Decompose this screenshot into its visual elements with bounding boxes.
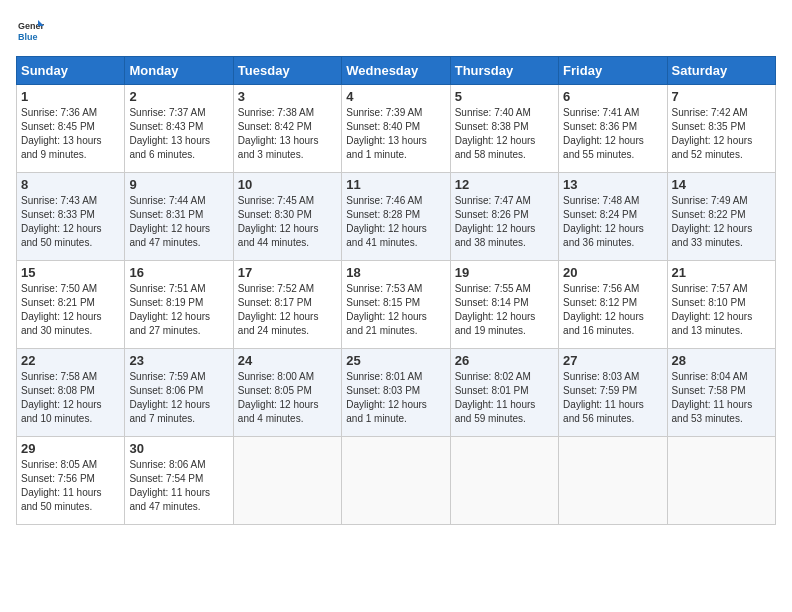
- col-header-wednesday: Wednesday: [342, 57, 450, 85]
- page-header: General Blue: [16, 16, 776, 44]
- day-number: 17: [238, 265, 337, 280]
- calendar-body: 1Sunrise: 7:36 AM Sunset: 8:45 PM Daylig…: [17, 85, 776, 525]
- day-number: 1: [21, 89, 120, 104]
- day-number: 7: [672, 89, 771, 104]
- day-info: Sunrise: 7:58 AM Sunset: 8:08 PM Dayligh…: [21, 370, 120, 426]
- day-cell: 24Sunrise: 8:00 AM Sunset: 8:05 PM Dayli…: [233, 349, 341, 437]
- day-info: Sunrise: 7:59 AM Sunset: 8:06 PM Dayligh…: [129, 370, 228, 426]
- day-number: 4: [346, 89, 445, 104]
- day-cell: 6Sunrise: 7:41 AM Sunset: 8:36 PM Daylig…: [559, 85, 667, 173]
- day-cell: 13Sunrise: 7:48 AM Sunset: 8:24 PM Dayli…: [559, 173, 667, 261]
- day-cell: 10Sunrise: 7:45 AM Sunset: 8:30 PM Dayli…: [233, 173, 341, 261]
- day-info: Sunrise: 7:48 AM Sunset: 8:24 PM Dayligh…: [563, 194, 662, 250]
- day-cell: 17Sunrise: 7:52 AM Sunset: 8:17 PM Dayli…: [233, 261, 341, 349]
- calendar-header-row: SundayMondayTuesdayWednesdayThursdayFrid…: [17, 57, 776, 85]
- week-row-1: 1Sunrise: 7:36 AM Sunset: 8:45 PM Daylig…: [17, 85, 776, 173]
- day-info: Sunrise: 7:42 AM Sunset: 8:35 PM Dayligh…: [672, 106, 771, 162]
- svg-text:Blue: Blue: [18, 32, 38, 42]
- day-info: Sunrise: 7:47 AM Sunset: 8:26 PM Dayligh…: [455, 194, 554, 250]
- day-number: 23: [129, 353, 228, 368]
- day-number: 3: [238, 89, 337, 104]
- day-number: 18: [346, 265, 445, 280]
- day-info: Sunrise: 7:53 AM Sunset: 8:15 PM Dayligh…: [346, 282, 445, 338]
- day-cell: 19Sunrise: 7:55 AM Sunset: 8:14 PM Dayli…: [450, 261, 558, 349]
- day-cell: 14Sunrise: 7:49 AM Sunset: 8:22 PM Dayli…: [667, 173, 775, 261]
- day-info: Sunrise: 7:51 AM Sunset: 8:19 PM Dayligh…: [129, 282, 228, 338]
- day-info: Sunrise: 8:00 AM Sunset: 8:05 PM Dayligh…: [238, 370, 337, 426]
- day-number: 14: [672, 177, 771, 192]
- day-cell: 23Sunrise: 7:59 AM Sunset: 8:06 PM Dayli…: [125, 349, 233, 437]
- week-row-4: 22Sunrise: 7:58 AM Sunset: 8:08 PM Dayli…: [17, 349, 776, 437]
- day-info: Sunrise: 7:55 AM Sunset: 8:14 PM Dayligh…: [455, 282, 554, 338]
- day-cell: [233, 437, 341, 525]
- day-cell: 20Sunrise: 7:56 AM Sunset: 8:12 PM Dayli…: [559, 261, 667, 349]
- day-number: 21: [672, 265, 771, 280]
- day-cell: 18Sunrise: 7:53 AM Sunset: 8:15 PM Dayli…: [342, 261, 450, 349]
- calendar-table: SundayMondayTuesdayWednesdayThursdayFrid…: [16, 56, 776, 525]
- day-cell: 8Sunrise: 7:43 AM Sunset: 8:33 PM Daylig…: [17, 173, 125, 261]
- day-cell: 9Sunrise: 7:44 AM Sunset: 8:31 PM Daylig…: [125, 173, 233, 261]
- col-header-tuesday: Tuesday: [233, 57, 341, 85]
- day-cell: 27Sunrise: 8:03 AM Sunset: 7:59 PM Dayli…: [559, 349, 667, 437]
- day-info: Sunrise: 7:36 AM Sunset: 8:45 PM Dayligh…: [21, 106, 120, 162]
- day-cell: [342, 437, 450, 525]
- day-info: Sunrise: 7:52 AM Sunset: 8:17 PM Dayligh…: [238, 282, 337, 338]
- day-number: 27: [563, 353, 662, 368]
- week-row-2: 8Sunrise: 7:43 AM Sunset: 8:33 PM Daylig…: [17, 173, 776, 261]
- day-number: 15: [21, 265, 120, 280]
- day-info: Sunrise: 7:56 AM Sunset: 8:12 PM Dayligh…: [563, 282, 662, 338]
- day-info: Sunrise: 7:44 AM Sunset: 8:31 PM Dayligh…: [129, 194, 228, 250]
- day-cell: 11Sunrise: 7:46 AM Sunset: 8:28 PM Dayli…: [342, 173, 450, 261]
- day-number: 16: [129, 265, 228, 280]
- week-row-3: 15Sunrise: 7:50 AM Sunset: 8:21 PM Dayli…: [17, 261, 776, 349]
- day-info: Sunrise: 7:45 AM Sunset: 8:30 PM Dayligh…: [238, 194, 337, 250]
- day-number: 10: [238, 177, 337, 192]
- day-cell: [450, 437, 558, 525]
- day-info: Sunrise: 8:03 AM Sunset: 7:59 PM Dayligh…: [563, 370, 662, 426]
- day-info: Sunrise: 7:40 AM Sunset: 8:38 PM Dayligh…: [455, 106, 554, 162]
- day-number: 24: [238, 353, 337, 368]
- day-number: 12: [455, 177, 554, 192]
- day-info: Sunrise: 8:01 AM Sunset: 8:03 PM Dayligh…: [346, 370, 445, 426]
- day-info: Sunrise: 7:39 AM Sunset: 8:40 PM Dayligh…: [346, 106, 445, 162]
- day-cell: 22Sunrise: 7:58 AM Sunset: 8:08 PM Dayli…: [17, 349, 125, 437]
- day-info: Sunrise: 7:37 AM Sunset: 8:43 PM Dayligh…: [129, 106, 228, 162]
- day-number: 8: [21, 177, 120, 192]
- day-number: 2: [129, 89, 228, 104]
- day-cell: 25Sunrise: 8:01 AM Sunset: 8:03 PM Dayli…: [342, 349, 450, 437]
- day-cell: 2Sunrise: 7:37 AM Sunset: 8:43 PM Daylig…: [125, 85, 233, 173]
- day-number: 26: [455, 353, 554, 368]
- day-cell: 3Sunrise: 7:38 AM Sunset: 8:42 PM Daylig…: [233, 85, 341, 173]
- day-number: 22: [21, 353, 120, 368]
- day-number: 25: [346, 353, 445, 368]
- day-info: Sunrise: 7:49 AM Sunset: 8:22 PM Dayligh…: [672, 194, 771, 250]
- day-number: 11: [346, 177, 445, 192]
- logo-icon: General Blue: [16, 16, 44, 44]
- day-info: Sunrise: 8:02 AM Sunset: 8:01 PM Dayligh…: [455, 370, 554, 426]
- day-number: 9: [129, 177, 228, 192]
- day-cell: 7Sunrise: 7:42 AM Sunset: 8:35 PM Daylig…: [667, 85, 775, 173]
- col-header-friday: Friday: [559, 57, 667, 85]
- day-cell: 5Sunrise: 7:40 AM Sunset: 8:38 PM Daylig…: [450, 85, 558, 173]
- day-cell: 1Sunrise: 7:36 AM Sunset: 8:45 PM Daylig…: [17, 85, 125, 173]
- col-header-thursday: Thursday: [450, 57, 558, 85]
- col-header-saturday: Saturday: [667, 57, 775, 85]
- day-cell: 26Sunrise: 8:02 AM Sunset: 8:01 PM Dayli…: [450, 349, 558, 437]
- day-cell: [559, 437, 667, 525]
- day-number: 5: [455, 89, 554, 104]
- day-number: 19: [455, 265, 554, 280]
- day-number: 28: [672, 353, 771, 368]
- day-cell: 16Sunrise: 7:51 AM Sunset: 8:19 PM Dayli…: [125, 261, 233, 349]
- day-info: Sunrise: 8:04 AM Sunset: 7:58 PM Dayligh…: [672, 370, 771, 426]
- day-cell: [667, 437, 775, 525]
- day-cell: 21Sunrise: 7:57 AM Sunset: 8:10 PM Dayli…: [667, 261, 775, 349]
- day-cell: 12Sunrise: 7:47 AM Sunset: 8:26 PM Dayli…: [450, 173, 558, 261]
- day-number: 29: [21, 441, 120, 456]
- day-number: 30: [129, 441, 228, 456]
- day-info: Sunrise: 7:38 AM Sunset: 8:42 PM Dayligh…: [238, 106, 337, 162]
- col-header-sunday: Sunday: [17, 57, 125, 85]
- day-info: Sunrise: 7:50 AM Sunset: 8:21 PM Dayligh…: [21, 282, 120, 338]
- col-header-monday: Monday: [125, 57, 233, 85]
- day-cell: 4Sunrise: 7:39 AM Sunset: 8:40 PM Daylig…: [342, 85, 450, 173]
- day-info: Sunrise: 7:43 AM Sunset: 8:33 PM Dayligh…: [21, 194, 120, 250]
